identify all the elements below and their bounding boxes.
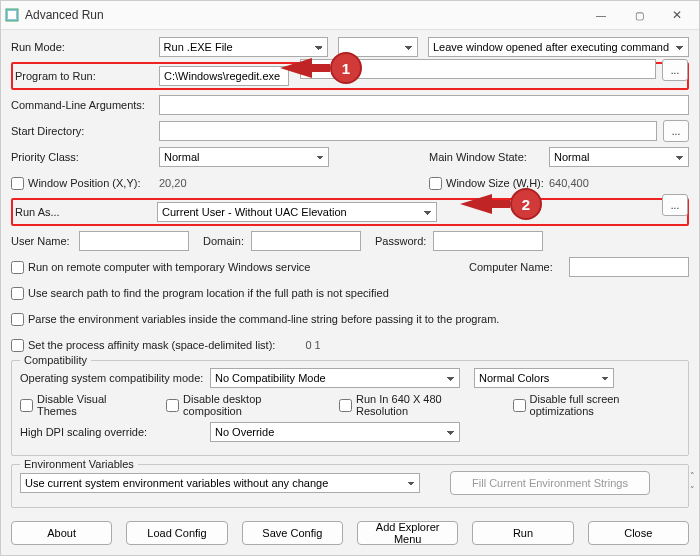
close-button[interactable]: Close xyxy=(588,521,689,545)
run-mode-label: Run Mode: xyxy=(11,41,159,53)
color-mode-select[interactable]: Normal Colors xyxy=(474,368,614,388)
start-dir-row: Start Directory: ... xyxy=(11,120,689,142)
user-name-input[interactable] xyxy=(79,231,189,251)
bottom-button-bar: About Load Config Save Config Add Explor… xyxy=(1,515,699,555)
window-position-value: 20,20 xyxy=(159,177,329,189)
dpi-override-select[interactable]: No Override xyxy=(210,422,460,442)
run-as-select[interactable]: Current User - Without UAC Elevation xyxy=(157,202,437,222)
window-size-value: 640,400 xyxy=(549,177,689,189)
compatibility-group-title: Compatibility xyxy=(20,354,91,366)
scroll-up-icon[interactable]: ˄ xyxy=(686,470,698,482)
window-position-checkbox[interactable]: Window Position (X,Y): xyxy=(11,177,159,190)
about-button[interactable]: About xyxy=(11,521,112,545)
os-compat-select[interactable]: No Compatibility Mode xyxy=(210,368,460,388)
remote-computer-checkbox[interactable]: Run on remote computer with temporary Wi… xyxy=(11,261,310,274)
window-controls: — ▢ ✕ xyxy=(583,3,695,27)
computer-name-input[interactable] xyxy=(569,257,689,277)
run-mode-aux-select[interactable] xyxy=(338,37,418,57)
svg-rect-1 xyxy=(8,11,16,19)
cmd-args-label: Command-Line Arguments: xyxy=(11,99,159,111)
maximize-button[interactable]: ▢ xyxy=(621,3,657,27)
password-label: Password: xyxy=(375,235,433,247)
affinity-checkbox[interactable]: Set the process affinity mask (space-del… xyxy=(11,339,275,352)
save-config-button[interactable]: Save Config xyxy=(242,521,343,545)
user-name-label: User Name: xyxy=(11,235,79,247)
affinity-value: 0 1 xyxy=(305,339,320,351)
run-as-more-button[interactable]: ... xyxy=(662,194,688,216)
parse-env-checkbox[interactable]: Parse the environment variables inside t… xyxy=(11,313,499,326)
scroll-down-icon[interactable]: ˅ xyxy=(686,484,698,496)
remote-row: Run on remote computer with temporary Wi… xyxy=(11,256,689,278)
disable-themes-checkbox[interactable]: Disable Visual Themes xyxy=(20,393,144,417)
env-vars-group-title: Environment Variables xyxy=(20,458,138,470)
run-mode-select[interactable]: Run .EXE File xyxy=(159,37,329,57)
search-path-label: Use search path to find the program loca… xyxy=(28,287,389,299)
run-as-label: Run As... xyxy=(15,206,157,218)
start-dir-label: Start Directory: xyxy=(11,125,159,137)
run-as-highlight: Run As... Current User - Without UAC Ele… xyxy=(11,198,689,226)
app-window: Advanced Run — ▢ ✕ Run Mode: Run .EXE Fi… xyxy=(0,0,700,556)
app-icon xyxy=(5,8,19,22)
parse-env-row: Parse the environment variables inside t… xyxy=(11,308,689,330)
run-640x480-checkbox[interactable]: Run In 640 X 480 Resolution xyxy=(339,393,491,417)
after-exec-select[interactable]: Leave window opened after executing comm… xyxy=(428,37,689,57)
domain-input[interactable] xyxy=(251,231,361,251)
run-mode-row: Run Mode: Run .EXE File Leave window ope… xyxy=(11,36,689,58)
window-size-checkbox[interactable]: Window Size (W,H): xyxy=(429,177,549,190)
search-path-row: Use search path to find the program loca… xyxy=(11,282,689,304)
start-dir-input[interactable] xyxy=(159,121,657,141)
browse-start-dir-button[interactable]: ... xyxy=(663,120,689,142)
env-vars-mode-select[interactable]: Use current system environment variables… xyxy=(20,473,420,493)
close-window-button[interactable]: ✕ xyxy=(659,3,695,27)
disable-composition-checkbox[interactable]: Disable desktop composition xyxy=(166,393,317,417)
browse-program-button[interactable]: ... xyxy=(662,59,688,81)
run-button[interactable]: Run xyxy=(472,521,573,545)
parse-env-label: Parse the environment variables inside t… xyxy=(28,313,499,325)
affinity-row: Set the process affinity mask (space-del… xyxy=(11,334,689,356)
window-pos-size-row: Window Position (X,Y): 20,20 Window Size… xyxy=(11,172,689,194)
add-explorer-menu-button[interactable]: Add Explorer Menu xyxy=(357,521,458,545)
remote-computer-label: Run on remote computer with temporary Wi… xyxy=(28,261,310,273)
computer-name-label: Computer Name: xyxy=(469,261,569,273)
program-to-run-input[interactable] xyxy=(159,66,289,86)
main-window-state-label: Main Window State: xyxy=(429,151,549,163)
priority-label: Priority Class: xyxy=(11,151,159,163)
program-to-run-label: Program to Run: xyxy=(15,70,159,82)
load-config-button[interactable]: Load Config xyxy=(126,521,227,545)
cmd-args-input[interactable] xyxy=(159,95,689,115)
disable-fullscreen-opt-checkbox[interactable]: Disable full screen optimizations xyxy=(513,393,680,417)
minimize-button[interactable]: — xyxy=(583,3,619,27)
affinity-label: Set the process affinity mask (space-del… xyxy=(28,339,275,351)
form-body: Run Mode: Run .EXE File Leave window ope… xyxy=(1,30,699,515)
fill-env-strings-button[interactable]: Fill Current Environment Strings xyxy=(450,471,650,495)
cmd-args-row: Command-Line Arguments: xyxy=(11,94,689,116)
priority-row: Priority Class: Normal Main Window State… xyxy=(11,146,689,168)
main-window-state-select[interactable]: Normal xyxy=(549,147,689,167)
domain-label: Domain: xyxy=(203,235,251,247)
window-title: Advanced Run xyxy=(25,8,104,22)
dpi-override-label: High DPI scaling override: xyxy=(20,426,210,438)
priority-select[interactable]: Normal xyxy=(159,147,329,167)
os-compat-label: Operating system compatibility mode: xyxy=(20,372,210,384)
env-vars-group: Environment Variables Use current system… xyxy=(11,464,689,508)
search-path-checkbox[interactable]: Use search path to find the program loca… xyxy=(11,287,389,300)
titlebar: Advanced Run — ▢ ✕ xyxy=(1,1,699,30)
compatibility-group: Compatibility Operating system compatibi… xyxy=(11,360,689,456)
password-input[interactable] xyxy=(433,231,543,251)
program-to-run-input-ext[interactable] xyxy=(300,59,656,79)
credentials-row: User Name: Domain: Password: xyxy=(11,230,689,252)
window-position-label: Window Position (X,Y): xyxy=(28,177,140,189)
window-size-label: Window Size (W,H): xyxy=(446,177,544,189)
